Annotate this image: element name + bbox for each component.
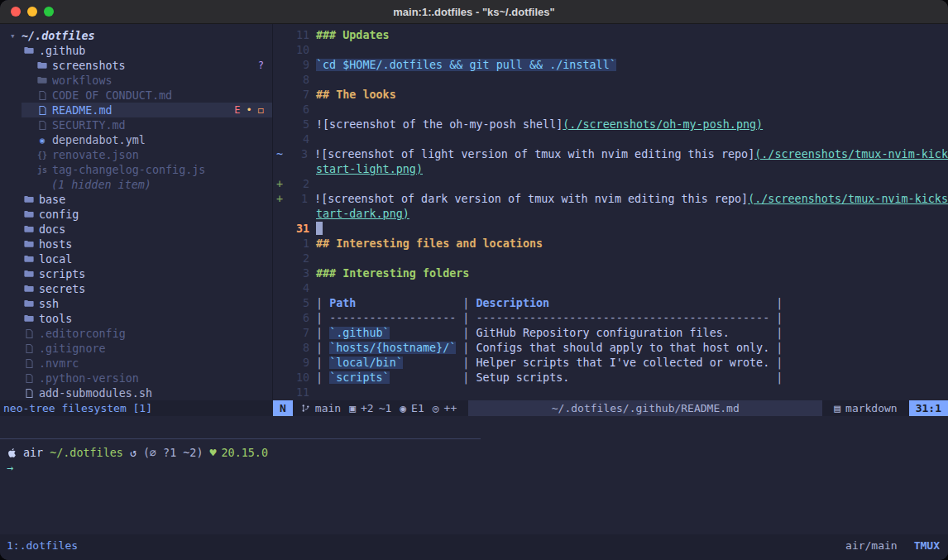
gutter-sign [273,326,288,341]
gutter-sign: ~ [273,147,287,162]
filetype-label: markdown [845,402,898,414]
tree-item-local[interactable]: local [0,251,272,266]
fullscreen-button[interactable] [44,7,54,17]
tmux-window-name[interactable]: 1:.dotfiles [7,539,78,552]
gutter-sign [273,43,288,58]
tree-item-security-md[interactable]: SECURITY.md [0,117,272,132]
tree-item-label: tools [39,313,72,325]
tree-item-hosts[interactable]: hosts [0,237,272,251]
tree-item-scripts[interactable]: scripts [0,266,272,281]
tree-item-tools[interactable]: tools [0,311,272,326]
git-diff-segment: ▣ +2 ~1 [349,400,391,416]
tree-item-github[interactable]: .github [0,43,272,58]
editor-line-wrap[interactable]: start-light.png) [273,162,948,177]
tree-item-workflows[interactable]: workflows [0,73,272,88]
tree-item-docs[interactable]: docs [0,222,272,237]
editor-line-6[interactable]: 6 [273,103,948,117]
editor-line-8[interactable]: 8 [273,73,948,88]
editor-line-5[interactable]: 5![screenshot of the oh-my-posh shell](.… [273,117,948,132]
gutter-sign [273,222,288,237]
folder-icon [23,284,35,294]
minimize-button[interactable] [27,7,37,17]
editor-line-1[interactable]: +1![screenshot of dark version of tmux w… [273,192,948,207]
tree-item-gitignore[interactable]: .gitignore [0,341,272,356]
node-version: 20.15.0 [222,447,268,459]
tree-item-label: workflows [52,74,113,87]
gutter-sign [273,132,288,147]
line-text [309,43,316,58]
editor-line-2[interactable]: 2 [273,251,948,266]
folder-icon [23,194,35,204]
json-file-icon: {} [36,151,48,160]
editor-line-7[interactable]: 7| `.github` | GitHub Repository configu… [273,326,948,341]
tree-item-label: README.md [52,104,113,117]
tree-item-nvmrc[interactable]: .nvmrc [0,356,272,371]
line-text [309,177,316,192]
tree-item-config[interactable]: config [0,207,272,222]
editor-line-1[interactable]: 1## Interesting files and locations [273,237,948,251]
editor-buffer[interactable]: 11### Updates 10 9`cd $HOME/.dotfiles &&… [273,24,948,400]
tree-item-readme-md[interactable]: README.mdE•◻ [0,103,272,117]
tree-item-add-submodules-sh[interactable]: add-submodules.sh [0,385,272,400]
line-number: 2 [288,177,309,192]
editor-line-31[interactable]: 31 [273,222,948,237]
editor-line-11[interactable]: 11### Updates [273,28,948,43]
editor-line-3[interactable]: 3### Interesting folders [273,266,948,281]
editor-line-4[interactable]: 4 [273,132,948,147]
diff-added: +2 [361,402,374,414]
line-number: 3 [287,147,308,162]
terminal-content: ▾~/.dotfiles.githubscreenshots?workflows… [0,24,948,560]
editor-line-9[interactable]: 9| `local/bin` | Helper scripts that I'v… [273,356,948,371]
tree-item-secrets[interactable]: secrets [0,281,272,296]
tmux-right-status: air/main TMUX [845,539,940,552]
node-icon: ♥ [210,447,217,459]
editor-line-7[interactable]: 7## The looks [273,88,948,103]
tree-item-ssh[interactable]: ssh [0,296,272,311]
editor-line-11[interactable]: 11 [273,385,948,400]
line-text [309,222,323,237]
editor-line-6[interactable]: 6| ------------------- | ---------------… [273,311,948,326]
editor-line-5[interactable]: 5| Path | Description | [273,296,948,311]
editor-line-4[interactable]: 4 [273,281,948,296]
tree-item-editorconfig[interactable]: .editorconfig [0,326,272,341]
line-number: 6 [288,311,309,326]
line-number: 7 [288,326,309,341]
tree-item-dependabot-yml[interactable]: ◉dependabot.yml [0,132,272,147]
editor-line-10[interactable]: 10| `scripts` | Setup scripts. | [273,371,948,385]
prompt-input-line[interactable]: → [7,460,948,475]
tree-item-tag-changelog-config-js[interactable]: jstag-changelog-config.js [0,162,272,177]
tree-item-renovate-json[interactable]: {}renovate.json [0,147,272,162]
branch-icon [301,404,310,413]
tree-item-label: .editorconfig [39,328,126,340]
shell-pane[interactable]: air ~/.dotfiles ↺ (∅ ?1 ~2) ♥ 20.15.0 → [0,439,948,534]
line-number: 10 [288,43,309,58]
editor-line-9[interactable]: 9`cd $HOME/.dotfiles && git pull && ./in… [273,58,948,73]
tree-item-1-hidden-item[interactable]: (1 hidden item) [0,177,272,192]
tree-item-label: ~/.dotfiles [22,30,95,42]
editor-line-wrap[interactable]: tart-dark.png) [273,207,948,222]
tree-item-screenshots[interactable]: screenshots? [0,58,272,73]
filetype-segment: ▤ markdown [834,400,897,416]
tree-item-base[interactable]: base [0,192,272,207]
editor-line-2[interactable]: +2 [273,177,948,192]
gutter-sign [273,311,288,326]
tree-item-dotfiles[interactable]: ▾~/.dotfiles [0,28,272,43]
editor-line-8[interactable]: 8| `hosts/{hostname}/` | Configs that sh… [273,341,948,356]
git-file-icon [23,343,35,354]
line-text: ### Interesting folders [309,266,469,281]
close-button[interactable] [11,7,21,17]
tree-item-code-of-conduct-md[interactable]: CODE_OF_CONDUCT.md [0,88,272,103]
config-file-icon [23,358,35,369]
editor-line-3[interactable]: ~3![screenshot of light version of tmux … [273,147,948,162]
line-text [309,103,316,117]
editor-line-10[interactable]: 10 [273,43,948,58]
line-text: ### Updates [309,28,390,43]
prompt-git-status: (∅ ?1 ~2) [143,447,203,459]
filetype-icon: ▤ [834,402,840,414]
tree-item-python-version[interactable]: .python-version [0,371,272,385]
tree-item-label: dependabot.yml [52,134,146,146]
line-number: 4 [288,132,309,147]
line-text: ## Interesting files and locations [309,237,543,251]
expander-icon[interactable]: ▾ [10,31,22,41]
line-text [309,281,316,296]
